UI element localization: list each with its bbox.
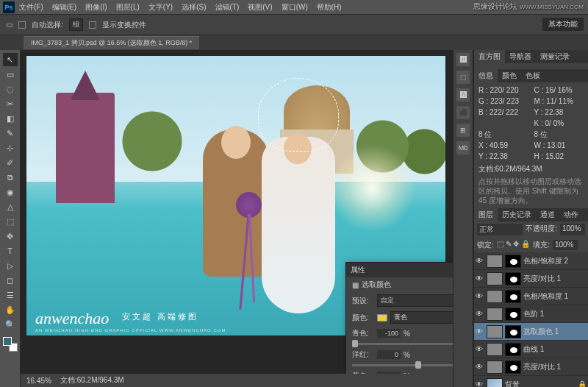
layer-name: 亮度/对比 1 xyxy=(523,274,587,284)
layer-name: 亮度/对比 1 xyxy=(523,362,587,372)
auto-select-dropdown[interactable]: 组 xyxy=(69,18,83,31)
path-tool[interactable]: ▷ xyxy=(3,259,18,272)
tab-navigator[interactable]: 导航器 xyxy=(505,50,536,63)
canvas-area[interactable]: anwenchao 安文超 高端修图 AN WENCHAO HIGH-END G… xyxy=(21,50,453,387)
pencil-tool[interactable]: ✐ xyxy=(3,156,18,169)
strip-icon-4[interactable]: ⬛ xyxy=(456,106,470,119)
auto-select-checkbox[interactable] xyxy=(18,21,26,29)
marquee-tool[interactable]: ▭ xyxy=(3,68,18,81)
tab-color[interactable]: 颜色 xyxy=(498,69,521,82)
preset-dropdown[interactable]: 自定 xyxy=(377,294,453,307)
collapsed-panel-strip: 🅷 ⬚ 🅰 ⬛ ⊞ Mb xyxy=(453,50,473,387)
tab-history[interactable]: 历史记录 xyxy=(498,208,536,221)
show-transform-label: 显示变换控件 xyxy=(102,20,146,30)
layer-row-4[interactable]: 👁选取颜色 1 xyxy=(474,323,588,341)
colors-label: 颜色: xyxy=(352,313,374,323)
menu-help[interactable]: 帮助(H) xyxy=(317,2,342,13)
blend-mode-dropdown[interactable]: 正常 xyxy=(477,224,523,235)
strip-icon-5[interactable]: ⊞ xyxy=(456,124,470,137)
strip-icon-6[interactable]: Mb xyxy=(456,141,470,155)
blur-tool[interactable]: △ xyxy=(3,200,18,213)
menu-image[interactable]: 图像(I) xyxy=(85,2,107,13)
layer-row-3[interactable]: 👁色阶 1 xyxy=(474,305,588,323)
strip-icon-3[interactable]: 🅰 xyxy=(456,88,470,102)
eyedropper-tool[interactable]: ◧ xyxy=(3,112,18,125)
tab-layers[interactable]: 图层 xyxy=(474,208,498,221)
fill-input[interactable]: 100% xyxy=(553,240,578,250)
slider-track-0[interactable] xyxy=(352,343,453,345)
properties-panel: 属性▾≡ ▦选取颜色 预设:自定 颜色:黄色 青色:-100%洋红:0%黄色:+… xyxy=(345,262,453,387)
clone-tool[interactable]: ⧉ xyxy=(3,171,18,184)
colors-dropdown[interactable]: 黄色 xyxy=(390,311,453,324)
adjustment-name: 选取颜色 xyxy=(362,280,391,290)
color-swatch xyxy=(377,314,387,322)
layer-row-6[interactable]: 👁亮度/对比 1 xyxy=(474,358,588,376)
move-tool[interactable]: ↖ xyxy=(3,53,18,66)
tab-measure[interactable]: 测量记录 xyxy=(536,50,574,63)
menu-type[interactable]: 文字(Y) xyxy=(148,2,173,13)
menu-edit[interactable]: 编辑(E) xyxy=(52,2,76,13)
tab-channels[interactable]: 通道 xyxy=(536,208,559,221)
lasso-tool[interactable]: ◌ xyxy=(3,82,18,96)
slider-value-0[interactable]: -100 xyxy=(377,329,401,338)
brush-tool[interactable]: ✎ xyxy=(3,127,18,140)
visibility-icon[interactable]: 👁 xyxy=(476,292,484,300)
hand-tool[interactable]: ✋ xyxy=(3,303,18,316)
slider-value-1[interactable]: 0 xyxy=(377,350,401,359)
strip-icon-1[interactable]: 🅷 xyxy=(456,53,470,66)
options-bar: ▭ 自动选择: 组 显示变换控件 xyxy=(0,15,588,35)
type-tool[interactable]: T xyxy=(3,244,18,258)
crop-tool[interactable]: ✂ xyxy=(3,97,18,110)
fill-label: 填充: xyxy=(533,240,550,250)
shape-tool[interactable]: ◻ xyxy=(3,274,18,287)
healing-tool[interactable]: ⊹ xyxy=(3,141,18,155)
menu-window[interactable]: 窗口(W) xyxy=(282,2,308,13)
lock-icon: 🔒 xyxy=(578,380,587,387)
preset-label: 预设: xyxy=(352,296,374,306)
tool-preset-icon[interactable]: ▭ xyxy=(6,21,12,29)
pen-tool[interactable]: ✥ xyxy=(3,230,18,243)
opacity-input[interactable]: 100% xyxy=(560,224,585,235)
show-transform-checkbox[interactable] xyxy=(89,21,96,29)
visibility-icon[interactable]: 👁 xyxy=(476,380,484,387)
dodge-tool[interactable]: ⬚ xyxy=(3,215,18,228)
visibility-icon[interactable]: 👁 xyxy=(476,345,484,353)
visibility-icon[interactable]: 👁 xyxy=(476,257,484,265)
layer-name: 曲线 1 xyxy=(523,344,587,355)
menu-layer[interactable]: 图层(L) xyxy=(116,2,140,13)
tab-actions[interactable]: 动作 xyxy=(559,208,583,221)
visibility-icon[interactable]: 👁 xyxy=(476,327,484,335)
menu-file[interactable]: 文件(F) xyxy=(19,2,43,13)
status-bar: 16.45% 文档:60.2M/964.3M xyxy=(21,374,453,387)
layer-list[interactable]: 👁色相/饱和度 2👁亮度/对比 1👁色相/饱和度 1👁色阶 1👁选取颜色 1👁曲… xyxy=(474,252,588,387)
visibility-icon[interactable]: 👁 xyxy=(476,274,484,283)
layer-row-2[interactable]: 👁色相/饱和度 1 xyxy=(474,288,588,305)
workspace-switcher[interactable]: 基本功能 xyxy=(542,18,584,31)
lock-icons[interactable]: ⬚ ✎ ✥ 🔒 xyxy=(497,240,530,250)
layer-name: 色相/饱和度 1 xyxy=(523,291,587,302)
layer-row-0[interactable]: 👁色相/饱和度 2 xyxy=(474,252,588,270)
layer-row-1[interactable]: 👁亮度/对比 1 xyxy=(474,270,588,288)
visibility-icon[interactable]: 👁 xyxy=(476,310,484,318)
color-swatches[interactable] xyxy=(3,337,18,352)
gradient-tool[interactable]: ◉ xyxy=(3,185,18,199)
tab-swatches[interactable]: 色板 xyxy=(521,69,545,82)
strip-icon-2[interactable]: ⬚ xyxy=(456,71,470,84)
visibility-icon[interactable]: 👁 xyxy=(476,363,484,371)
3d-tool[interactable]: ☰ xyxy=(3,288,18,302)
document-tab[interactable]: IMG_3783_1 拷贝.psd @ 16.5% (选取颜色 1, RGB/8… xyxy=(24,36,199,49)
tab-info[interactable]: 信息 xyxy=(474,69,498,82)
menu-filter[interactable]: 滤镜(T) xyxy=(215,2,240,13)
lock-label: 锁定: xyxy=(477,240,494,250)
layer-row-7[interactable]: 👁背景🔒 xyxy=(474,376,588,387)
zoom-tool[interactable]: 🔍 xyxy=(3,318,18,331)
slider-track-1[interactable] xyxy=(352,364,453,366)
menu-view[interactable]: 视图(V) xyxy=(248,2,272,13)
doc-size[interactable]: 文档:60.2M/964.3M xyxy=(60,375,124,386)
menu-select[interactable]: 选择(S) xyxy=(182,2,206,13)
layer-name: 选取颜色 1 xyxy=(523,327,587,337)
properties-title: 属性 xyxy=(351,265,365,275)
tab-histogram[interactable]: 直方图 xyxy=(474,50,505,63)
zoom-level[interactable]: 16.45% xyxy=(26,377,51,385)
layer-row-5[interactable]: 👁曲线 1 xyxy=(474,341,588,358)
